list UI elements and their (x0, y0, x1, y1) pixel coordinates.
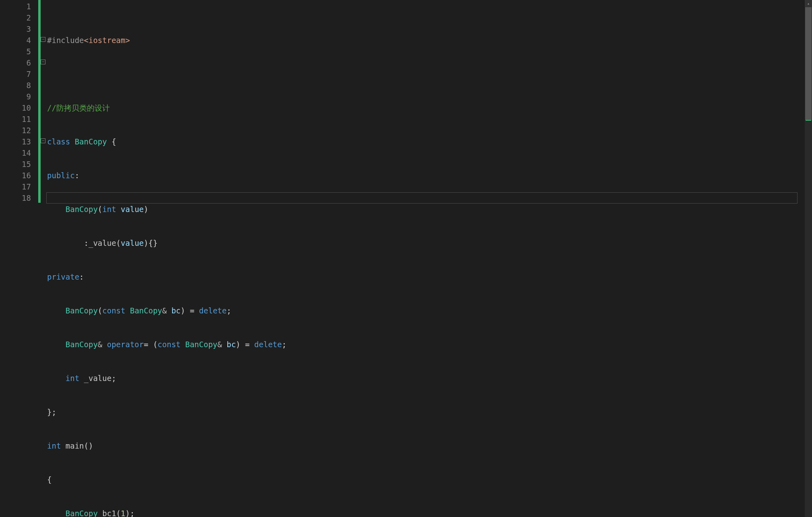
vertical-scrollbar[interactable]: ▴ ▾ (805, 0, 812, 517)
scroll-up-button[interactable]: ▴ (805, 0, 812, 7)
current-line-highlight (46, 192, 798, 204)
fold-toggle[interactable]: − (41, 60, 45, 64)
code-area[interactable]: #include<iostream> //防拷贝类的设计 class BanCo… (46, 0, 805, 517)
fold-column: − − − (41, 0, 46, 517)
fold-toggle[interactable]: − (41, 138, 45, 143)
scrollbar-thumb[interactable] (805, 7, 812, 120)
code-editor[interactable]: 123456789101112131415161718 − − − #inclu… (0, 0, 812, 517)
line-number-gutter: 123456789101112131415161718 (0, 0, 38, 517)
fold-toggle[interactable]: − (41, 37, 45, 42)
